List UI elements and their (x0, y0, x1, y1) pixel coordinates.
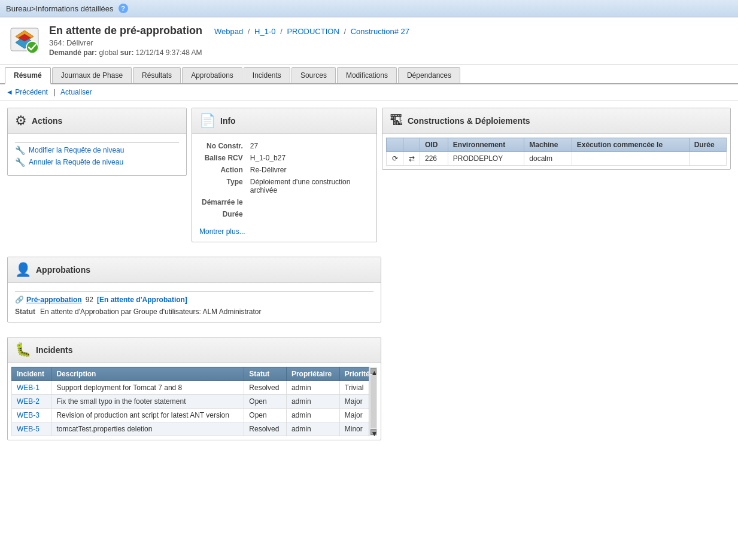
nav-row: ◄ Précédent | Actualiser (0, 84, 738, 101)
info-label-duree: Durée (199, 208, 248, 220)
scroll-up[interactable]: ▲ (370, 368, 376, 374)
col-env: Environnement (448, 138, 524, 152)
info-label-balise: Balise RCV (199, 152, 248, 164)
approbations-panel-header: 👤 Approbations (8, 257, 381, 283)
incident-row-web1: WEB-1 Support deployment for Tomcat 7 an… (12, 381, 377, 395)
info-value-balise: H_1-0_b27 (248, 152, 369, 164)
col-exec: Exécution commencée le (572, 138, 689, 152)
approval-link-container: 🔗 Pré-approbation (15, 296, 82, 304)
status-info: En attente de pré-approbation Webpad / H… (49, 25, 728, 57)
col-statut: Statut (244, 367, 287, 381)
tab-sources[interactable]: Sources (291, 67, 336, 83)
tab-journaux[interactable]: Journaux de Phase (52, 67, 132, 83)
approbations-panel: 👤 Approbations 🔗 Pré-approbation 92 [En … (7, 257, 381, 322)
breadcrumb-construction[interactable]: Construction# 27 (351, 27, 409, 36)
info-value-action: Re-Délivrer (248, 164, 369, 176)
actions-panel-body: 🔧 Modifier la Requête de niveau 🔧 Annule… (8, 134, 186, 175)
status-meta: Demandé par: global sur: 12/12/14 9:37:4… (49, 48, 728, 57)
constructions-panel-body: OID Environnement Machine Exécution comm… (382, 134, 730, 169)
incident-id-web1: WEB-1 (12, 381, 51, 395)
approval-label-link[interactable]: Pré-approbation (26, 296, 82, 304)
approbations-panel-body: 🔗 Pré-approbation 92 [En attente d'Appro… (8, 283, 381, 322)
info-panel-body: No Constr. 27 Balise RCV H_1-0_b27 Actio… (192, 134, 376, 242)
info-row-duree: Durée (199, 208, 369, 220)
col-duree: Durée (689, 138, 726, 152)
divider (15, 142, 179, 143)
breadcrumb-production[interactable]: PRODUCTION (287, 27, 339, 36)
tab-dependances[interactable]: Dépendances (398, 67, 460, 83)
doc-icon: 📄 (199, 113, 215, 129)
info-label-action: Action (199, 164, 248, 176)
incident-id-web2: WEB-2 (12, 395, 51, 409)
info-value-demarree (248, 196, 369, 208)
incident-desc-web2: Fix the small typo in the footer stateme… (51, 395, 244, 409)
panels-row-1: ⚙ Actions 🔧 Modifier la Requête de nivea… (0, 101, 738, 249)
person-icon: 👤 (15, 262, 31, 278)
show-more-link[interactable]: Montrer plus... (199, 227, 245, 236)
incident-desc-web5: tomcatTest.properties deletion (51, 422, 244, 436)
info-row-type: Type Déploiement d'une construction arch… (199, 176, 369, 196)
incident-desc-web3: Revision of production ant script for la… (51, 409, 244, 422)
page-header: Bureau>Informations détaillées ? (0, 0, 738, 17)
actions-panel-header: ⚙ Actions (8, 108, 186, 134)
approval-status: [En attente d'Approbation] (97, 296, 187, 304)
construction-cell-env: PRODDEPLOY (448, 152, 524, 166)
bug-icon: 🐛 (15, 342, 31, 358)
breadcrumb-webpad[interactable]: Webpad (214, 27, 243, 36)
incidents-table-container: Incident Description Statut Propriétaire… (11, 367, 377, 436)
tab-resume[interactable]: Résumé (5, 67, 51, 84)
refresh-link[interactable]: Actualiser (60, 88, 92, 96)
del-icon: 🔧 (15, 157, 25, 167)
show-more-container: Montrer plus... (199, 227, 369, 236)
tab-modifications[interactable]: Modifications (337, 67, 397, 83)
constructions-panel: 🏗 Constructions & Déploiements OID Envir… (382, 108, 731, 170)
incident-link-web1[interactable]: WEB-1 (17, 384, 40, 392)
col-proprietaire: Propriétaire (286, 367, 339, 381)
col-incident: Incident (12, 367, 51, 381)
info-panel: 📄 Info No Constr. 27 Balise RCV H_1-0_b2… (192, 108, 377, 242)
incident-link-web3[interactable]: WEB-3 (17, 411, 40, 419)
approval-link-icon: 🔗 (15, 296, 24, 304)
incident-owner-web1: admin (286, 381, 339, 395)
previous-link[interactable]: ◄ Précédent (6, 88, 48, 96)
info-value-type: Déploiement d'une construction archivée (248, 176, 369, 196)
tab-approbations[interactable]: Approbations (182, 67, 242, 83)
meta-label: Demandé par: (49, 48, 97, 57)
incident-status-web3: Open (244, 409, 287, 422)
construction-cell-icon1[interactable]: ⟳ (387, 152, 403, 166)
approval-statut-row: Statut En attente d'Approbation par Grou… (15, 308, 373, 316)
construction-cell-icon2[interactable]: ⇄ (403, 152, 420, 166)
cancel-link[interactable]: Annuler la Requête de niveau (29, 158, 123, 166)
tabs-bar: Résumé Journaux de Phase Résultats Appro… (0, 67, 738, 84)
tab-resultats[interactable]: Résultats (133, 67, 181, 83)
construction-row: ⟳ ⇄ 226 PRODDEPLOY docalm (387, 152, 727, 166)
info-label-noconstr: No Constr. (199, 140, 248, 152)
incident-status-web2: Open (244, 395, 287, 409)
status-breadcrumb: Webpad / H_1-0 / PRODUCTION / Constructi… (214, 27, 409, 36)
main-content: En attente de pré-approbation Webpad / H… (0, 17, 738, 560)
incident-link-web5[interactable]: WEB-5 (17, 425, 40, 433)
status-section: En attente de pré-approbation Webpad / H… (0, 17, 738, 65)
panels-row-2: 👤 Approbations 🔗 Pré-approbation 92 [En … (0, 249, 738, 330)
building-icon: 🏗 (390, 113, 403, 129)
info-panel-header: 📄 Info (192, 108, 376, 134)
scroll-down[interactable]: ▼ (370, 429, 376, 435)
info-row-action: Action Re-Délivrer (199, 164, 369, 176)
col-oid: OID (420, 138, 448, 152)
meta-date: 12/12/14 9:37:48 AM (136, 48, 202, 57)
construction-cell-exec (572, 152, 689, 166)
status-icon (10, 25, 40, 54)
incident-id-web5: WEB-5 (12, 422, 51, 436)
approval-id: 92 (86, 296, 93, 304)
constructions-panel-title: Constructions & Déploiements (408, 116, 530, 126)
modify-link[interactable]: Modifier la Requête de niveau (29, 146, 124, 154)
help-icon[interactable]: ? (119, 4, 128, 13)
breadcrumb-h10[interactable]: H_1-0 (254, 27, 275, 36)
scrollbar[interactable]: ▲ ▼ (369, 367, 377, 436)
construction-cell-machine: docalm (524, 152, 572, 166)
incidents-header-row: Incident Description Statut Propriétaire… (12, 367, 377, 381)
incident-link-web2[interactable]: WEB-2 (17, 397, 40, 406)
tab-incidents[interactable]: Incidents (244, 67, 290, 83)
incident-owner-web2: admin (286, 395, 339, 409)
info-label-type: Type (199, 176, 248, 196)
